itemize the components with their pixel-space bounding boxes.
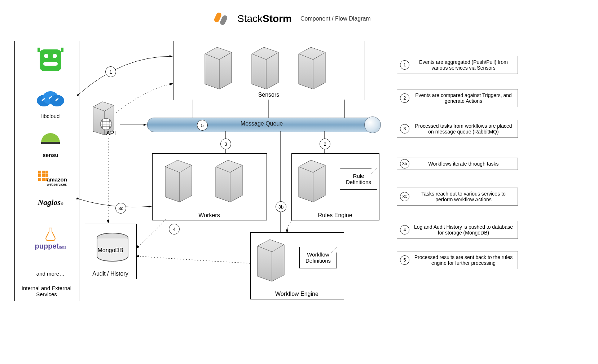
legend-item-2: 2Events are compared against Triggers, a… bbox=[397, 89, 518, 107]
legend-item-4: 4Log and Audit History is pushed to data… bbox=[397, 221, 518, 239]
legend-text: Events are aggregated (Push/Pull) from v… bbox=[419, 59, 508, 71]
legend-text: Processed results are sent back to the r… bbox=[414, 254, 513, 266]
flow-badge-4: 4 bbox=[169, 224, 180, 234]
flow-badge-3: 3 bbox=[220, 139, 231, 149]
legend-text: Processed tasks from workflows are place… bbox=[415, 123, 512, 135]
legend-text: Tasks reach out to various services to p… bbox=[421, 191, 505, 202]
legend-text: Log and Audit History is pushed to datab… bbox=[414, 224, 513, 236]
legend-item-3: 3Processed tasks from workflows are plac… bbox=[397, 120, 518, 138]
flow-badge-1: 1 bbox=[105, 66, 116, 77]
legend-item-1: 1Events are aggregated (Push/Pull) from … bbox=[397, 56, 518, 74]
legend-badge: 1 bbox=[400, 60, 409, 70]
legend-badge: 2 bbox=[400, 93, 409, 103]
flow-badge-2: 2 bbox=[320, 139, 330, 149]
legend-badge: 3b bbox=[400, 159, 409, 168]
flow-badge-3b: 3b bbox=[276, 201, 286, 212]
legend-item-3b: 3bWorkflows iterate through tasks bbox=[397, 158, 518, 170]
legend-badge: 4 bbox=[400, 225, 409, 234]
flow-badge-5: 5 bbox=[197, 120, 208, 131]
flow-badge-3c: 3c bbox=[115, 203, 126, 214]
legend-text: Workflows iterate through tasks bbox=[428, 161, 498, 167]
legend-item-5: 5Processed results are sent back to the … bbox=[397, 251, 518, 269]
legend-item-3c: 3cTasks reach out to various services to… bbox=[397, 188, 518, 206]
legend-text: Events are compared against Triggers, an… bbox=[415, 92, 512, 104]
legend-badge: 3 bbox=[400, 124, 409, 133]
legend-badge: 5 bbox=[400, 255, 409, 265]
legend-badge: 3c bbox=[400, 192, 409, 201]
diagram-canvas: StackStorm Component / Flow Diagram libc… bbox=[0, 0, 598, 364]
connectors bbox=[0, 0, 382, 325]
